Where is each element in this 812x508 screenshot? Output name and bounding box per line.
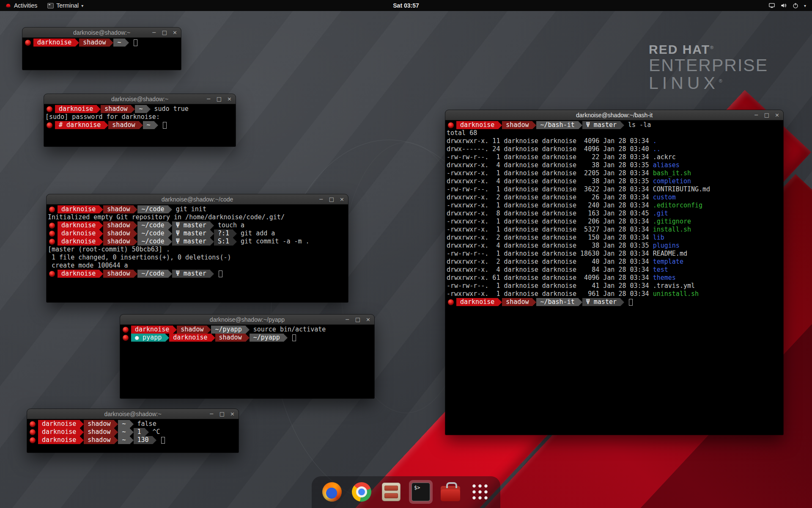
prompt-segment: ~	[135, 105, 146, 113]
app-menu-terminal[interactable]: Terminal ▾	[42, 0, 88, 11]
dock-item-software[interactable]	[439, 480, 462, 504]
terminal-text: git commit -a -m .	[237, 237, 310, 246]
close-button[interactable]: ×	[340, 196, 344, 202]
prompt-redhat-icon	[30, 421, 36, 427]
powerline-arrow-icon	[114, 428, 118, 436]
minimize-button[interactable]: −	[754, 112, 759, 118]
maximize-button[interactable]: □	[162, 30, 167, 35]
chevron-down-icon: ▾	[804, 3, 806, 8]
prompt-segment: shadow	[103, 270, 134, 278]
window-controls: −□×	[206, 94, 232, 104]
window-controls: −□×	[209, 409, 235, 419]
powerline-arrow-icon	[498, 121, 502, 129]
terminal-line: darknoiseshadow~/codeΨ master touch a	[48, 221, 347, 229]
prompt-segment: Ψ master	[582, 121, 620, 129]
clock[interactable]: Sat 03:57	[393, 2, 419, 9]
prompt-segment: darknoise	[58, 237, 99, 246]
prompt-segment: ~/code	[137, 270, 168, 278]
prompt-segment: darknoise	[58, 229, 99, 237]
terminal-text: plugins	[653, 242, 680, 250]
terminal-text: Initialized empty Git repository in /hom…	[48, 213, 285, 221]
window-titlebar[interactable]: darknoise@shadow:~/pyapp−□×	[120, 315, 374, 325]
dock-item-firefox[interactable]	[320, 480, 344, 504]
powerline-arrow-icon	[134, 270, 137, 278]
dock-item-chrome[interactable]	[350, 480, 373, 504]
chevron-down-icon: ▾	[81, 3, 83, 8]
powerline-arrow-icon	[99, 206, 103, 213]
terminal-line: Initialized empty Git repository in /hom…	[48, 213, 347, 221]
powerline-arrow-icon	[139, 121, 143, 129]
terminal-line: drwxrwxr-x. 4 darknoise darknoise 38 Jan…	[447, 177, 782, 185]
minimize-button[interactable]: −	[319, 196, 324, 202]
powerline-arrow-icon	[130, 436, 134, 444]
powerline-arrow-icon	[168, 270, 172, 278]
terminal-text: [sudo] password for darknoise:	[45, 113, 164, 121]
prompt-redhat-icon	[49, 207, 55, 213]
minimize-button[interactable]: −	[209, 411, 214, 417]
prompt-segment: 1	[134, 428, 145, 436]
close-button[interactable]: ×	[366, 317, 370, 322]
activities-button[interactable]: Activities	[0, 0, 42, 11]
prompt-segment: ~/code	[137, 221, 168, 229]
terminal-line: drwxrwxr-x. 61 darknoise darknoise 4096 …	[447, 274, 782, 282]
maximize-button[interactable]: □	[355, 317, 360, 322]
terminal-content[interactable]: darknoiseshadow~ falsedarknoiseshadow~1 …	[27, 419, 239, 445]
powerline-arrow-icon	[210, 238, 214, 246]
terminal-text: drwxrwxr-x. 2 darknoise darknoise 26 Jan…	[447, 193, 653, 202]
window-titlebar[interactable]: darknoise@shadow:~/code−□×	[47, 194, 348, 204]
prompt-redhat-icon	[49, 271, 55, 277]
powerline-arrow-icon	[246, 334, 250, 342]
prompt-segment: darknoise	[456, 298, 498, 306]
minimize-button[interactable]: −	[345, 317, 350, 322]
window-title: darknoise@shadow:~/pyapp	[210, 316, 285, 323]
dock-item-terminal[interactable]: $>	[409, 480, 433, 504]
terminal-content[interactable]: darknoiseshadow~	[22, 38, 181, 47]
maximize-button[interactable]: □	[329, 196, 334, 202]
maximize-button[interactable]: □	[219, 411, 225, 417]
prompt-segment: ~/code	[137, 237, 168, 246]
powerline-arrow-icon	[134, 206, 137, 213]
prompt-redhat-icon	[49, 239, 55, 245]
prompt-segment: darknoise	[55, 105, 97, 113]
powerline-arrow-icon	[579, 121, 582, 129]
prompt-segment: shadow	[103, 237, 134, 246]
prompt-redhat-icon	[25, 40, 31, 46]
window-titlebar[interactable]: darknoise@shadow:~−□×	[44, 94, 236, 104]
terminal-content[interactable]: darknoiseshadow~/bash-itΨ master ls -lat…	[445, 120, 783, 307]
powerline-arrow-icon	[147, 105, 151, 113]
window-titlebar[interactable]: darknoise@shadow:~−□×	[27, 409, 239, 419]
terminal-line: drwxrwxr-x. 8 darknoise darknoise 163 Ja…	[447, 210, 782, 218]
minimize-button[interactable]: −	[152, 30, 156, 35]
powerline-arrow-icon	[168, 222, 172, 229]
terminal-line: darknoiseshadow~1 ^C	[28, 428, 237, 436]
minimize-button[interactable]: −	[206, 96, 211, 102]
prompt-segment: darknoise	[58, 270, 99, 278]
powerline-arrow-icon	[104, 121, 108, 129]
dock-item-files[interactable]	[379, 480, 403, 504]
maximize-button[interactable]: □	[217, 96, 222, 102]
terminal-window: darknoise@shadow:~−□×darknoiseshadow~ fa…	[27, 409, 239, 453]
prompt-segment: ~/pyapp	[211, 326, 245, 334]
maximize-button[interactable]: □	[764, 112, 769, 118]
prompt-segment: S:1	[214, 237, 233, 246]
terminal-content[interactable]: darknoiseshadow~/pyapp source bin/activa…	[120, 325, 374, 342]
prompt-segment: ● pyapp	[131, 334, 165, 342]
close-button[interactable]: ×	[230, 411, 235, 417]
window-titlebar[interactable]: darknoise@shadow:~/bash-it−□×	[445, 110, 783, 120]
prompt-segment: ~	[113, 39, 125, 47]
terminal-content[interactable]: darknoiseshadow~/code git initInitialize…	[47, 204, 348, 279]
system-status-area[interactable]: ▾	[763, 0, 812, 11]
top-bar: Activities Terminal ▾ Sat 03:57 ▾	[0, 0, 812, 11]
terminal-text: install.sh	[653, 226, 691, 234]
close-button[interactable]: ×	[227, 96, 232, 102]
dock-item-app-grid[interactable]	[468, 480, 492, 504]
terminal-content[interactable]: darknoiseshadow~ sudo true[sudo] passwor…	[44, 104, 236, 130]
window-titlebar[interactable]: darknoise@shadow:~−□×	[22, 28, 181, 38]
close-button[interactable]: ×	[775, 112, 779, 118]
prompt-segment: shadow	[84, 436, 114, 444]
powerline-arrow-icon	[532, 298, 536, 306]
terminal-text: drwxrwxr-x. 4 darknoise darknoise 38 Jan…	[447, 161, 653, 169]
terminal-text: .	[653, 137, 657, 145]
close-button[interactable]: ×	[173, 30, 177, 35]
terminal-text: [master (root-commit) 50bcb63] .	[48, 246, 170, 254]
